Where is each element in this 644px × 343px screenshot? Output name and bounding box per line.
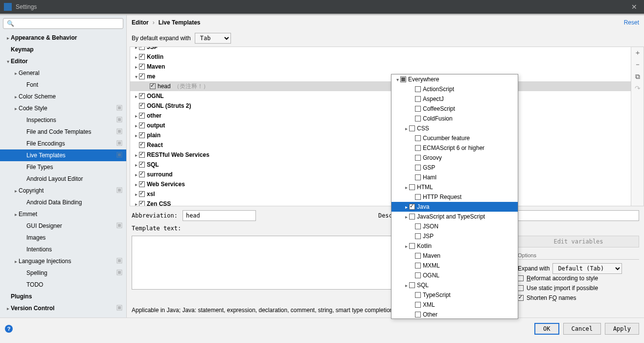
context-item[interactable]: CoffeeScript: [391, 104, 518, 114]
context-checkbox[interactable]: [409, 214, 415, 220]
template-list[interactable]: ▸JSP▸Kotlin▸Maven▾mehead（类注释！）▸OGNLOGNL …: [130, 47, 631, 206]
context-checkbox[interactable]: [415, 145, 421, 151]
template-item[interactable]: head（类注释！）: [130, 81, 631, 91]
context-item[interactable]: Groovy: [391, 153, 518, 163]
context-item[interactable]: ▸SQL: [391, 280, 518, 290]
cancel-button[interactable]: Cancel: [563, 323, 601, 335]
context-checkbox[interactable]: [415, 233, 421, 239]
sidebar-item[interactable]: File and Code Templates: [0, 126, 126, 138]
group-checkbox[interactable]: [139, 152, 145, 158]
sidebar-item[interactable]: Inspections: [0, 114, 126, 126]
group-checkbox[interactable]: [139, 74, 145, 79]
close-icon[interactable]: ✕: [628, 3, 640, 11]
template-group[interactable]: ▸OGNL: [130, 91, 631, 101]
context-checkbox[interactable]: [415, 194, 421, 200]
context-checkbox[interactable]: [415, 155, 421, 161]
sidebar-item[interactable]: ▸Build, Execution, Deployment: [0, 314, 126, 318]
sidebar-item[interactable]: File Types: [0, 161, 126, 173]
help-icon[interactable]: ?: [5, 325, 13, 333]
template-group[interactable]: ▸Kotlin: [130, 52, 631, 62]
sidebar-item[interactable]: ▸Emmet: [0, 208, 126, 220]
template-group[interactable]: ▸other: [130, 111, 631, 121]
group-checkbox[interactable]: [139, 201, 145, 206]
context-checkbox[interactable]: [409, 204, 415, 210]
group-checkbox[interactable]: [139, 64, 145, 70]
group-checkbox[interactable]: [139, 122, 145, 128]
template-group[interactable]: ▸JSP: [130, 47, 631, 52]
group-checkbox[interactable]: [139, 47, 145, 50]
group-checkbox[interactable]: [139, 181, 145, 187]
context-checkbox[interactable]: [415, 302, 421, 308]
context-item[interactable]: ▸Java: [391, 202, 518, 212]
reset-link[interactable]: Reset: [624, 19, 639, 26]
default-expand-select[interactable]: Tab: [195, 33, 231, 44]
sidebar-item[interactable]: Android Data Binding: [0, 196, 126, 208]
sidebar-item[interactable]: ▸Code Style: [0, 102, 126, 114]
expand-with-select[interactable]: Default (Tab): [552, 263, 622, 274]
reformat-checkbox[interactable]: [518, 275, 524, 281]
template-group[interactable]: ▸plain: [130, 130, 631, 140]
context-checkbox[interactable]: [415, 165, 421, 171]
context-item[interactable]: GSP: [391, 163, 518, 172]
group-checkbox[interactable]: [139, 191, 145, 197]
sidebar-item[interactable]: TODO: [0, 279, 126, 291]
group-checkbox[interactable]: [139, 162, 145, 168]
sidebar-item[interactable]: File Encodings: [0, 138, 126, 149]
template-group[interactable]: ▸xsl: [130, 189, 631, 199]
breadcrumb-a[interactable]: Editor: [132, 19, 149, 26]
abbreviation-input[interactable]: [183, 210, 256, 221]
template-group[interactable]: ▸Maven: [130, 62, 631, 72]
context-checkbox[interactable]: [409, 243, 415, 249]
context-checkbox[interactable]: [415, 116, 421, 122]
context-item[interactable]: Haml: [391, 172, 518, 182]
context-checkbox[interactable]: [415, 174, 421, 180]
sidebar-item[interactable]: Spelling: [0, 267, 126, 279]
remove-icon[interactable]: －: [632, 59, 644, 71]
group-checkbox[interactable]: [139, 113, 145, 119]
context-checkbox[interactable]: [415, 106, 421, 112]
sidebar-item[interactable]: ▸Copyright: [0, 185, 126, 196]
context-checkbox[interactable]: [415, 86, 421, 92]
context-item[interactable]: XML: [391, 300, 518, 310]
group-checkbox[interactable]: [139, 103, 145, 109]
template-group[interactable]: ▸Web Services: [130, 179, 631, 189]
sidebar-item[interactable]: ▸Appearance & Behavior: [0, 32, 126, 44]
sidebar-item[interactable]: Android Layout Editor: [0, 173, 126, 185]
context-item[interactable]: ECMAScript 6 or higher: [391, 143, 518, 153]
template-group[interactable]: ▸Zen CSS: [130, 199, 631, 206]
add-icon[interactable]: ＋: [632, 47, 644, 59]
context-item[interactable]: ColdFusion: [391, 114, 518, 123]
context-checkbox[interactable]: [409, 184, 415, 190]
context-item[interactable]: JSON: [391, 221, 518, 231]
context-item[interactable]: TypeScript: [391, 290, 518, 300]
copy-icon[interactable]: ⧉: [632, 71, 644, 82]
sidebar-item[interactable]: ▾Editor: [0, 55, 126, 67]
sidebar-item[interactable]: GUI Designer: [0, 220, 126, 232]
context-checkbox[interactable]: [415, 253, 421, 259]
shorten-fq-checkbox[interactable]: [518, 295, 524, 301]
sidebar-item[interactable]: ▸Version Control: [0, 302, 126, 314]
ok-button[interactable]: OK: [534, 323, 559, 335]
template-group[interactable]: ▸SQL: [130, 160, 631, 170]
context-checkbox[interactable]: [415, 292, 421, 298]
template-group[interactable]: ▸output: [130, 121, 631, 130]
group-checkbox[interactable]: [139, 54, 145, 60]
context-item[interactable]: Cucumber feature: [391, 133, 518, 143]
context-item[interactable]: MXML: [391, 261, 518, 270]
group-checkbox[interactable]: [139, 172, 145, 177]
template-group[interactable]: OGNL (Struts 2): [130, 101, 631, 111]
context-checkbox[interactable]: [409, 282, 415, 288]
group-checkbox[interactable]: [139, 132, 145, 138]
context-checkbox[interactable]: [409, 125, 415, 131]
item-checkbox[interactable]: [150, 83, 156, 89]
sidebar-item[interactable]: ▸Language Injections: [0, 255, 126, 267]
search-input[interactable]: [3, 18, 123, 29]
context-item[interactable]: ▸CSS: [391, 123, 518, 133]
context-checkbox[interactable]: [415, 135, 421, 141]
context-item[interactable]: ▾Everywhere: [391, 74, 518, 84]
sidebar-item[interactable]: Plugins: [0, 291, 126, 302]
group-checkbox[interactable]: [139, 142, 145, 148]
template-group[interactable]: ▸RESTful Web Services: [130, 150, 631, 160]
template-group[interactable]: React: [130, 140, 631, 150]
context-item[interactable]: JSP: [391, 231, 518, 241]
